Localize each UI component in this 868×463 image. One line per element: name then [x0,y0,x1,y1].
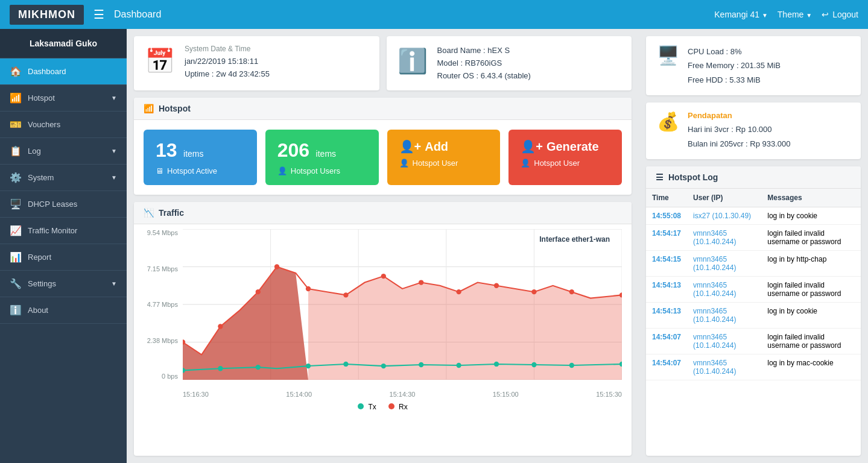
log-time: 14:54:13 [646,302,687,328]
hs-generate-icon: 👤+ [521,139,543,154]
pendapatan-hari: Hari ini 3vcr : Rp 10.000 [688,122,791,136]
sidebar-label-about: About [28,306,48,315]
hs-card-add[interactable]: 👤+ Add 👤 Hotspot User [387,130,501,185]
log-message: login failed invalid username or passwor… [761,328,861,354]
sidebar-item-vouchers[interactable]: 🎫 Vouchers [0,112,127,138]
hs-active-count: 13 [156,139,177,161]
hs-users-count: 206 [277,139,309,161]
svg-point-19 [419,280,423,285]
table-row: 14:55:08 isx27 (10.1.30.49) log in by co… [646,207,861,224]
y-label-1: 7.15 Mbps [144,265,178,272]
x-label-2: 15:14:30 [390,391,416,398]
topbar-left: MIKHMON ☰ Dashboard [10,5,161,25]
log-user: vmnn3465 (10.1.40.244) [687,224,761,250]
hs-users-label: 👤 Hotspot Users [277,166,367,175]
traffic-svg [183,229,622,380]
log-list-icon: ☰ [656,172,664,182]
hotspot-caret: ▼ [111,95,117,101]
log-caret: ▼ [111,148,117,154]
svg-point-23 [569,289,574,294]
sidebar-label-hotspot: Hotspot [28,93,55,102]
svg-point-15 [274,265,279,269]
svg-point-20 [456,289,461,294]
sidebar-item-dashboard[interactable]: 🏠 Dashboard [0,58,127,85]
about-icon: ℹ️ [10,304,22,316]
server-icon: 🖥️ [657,45,679,66]
hs-card-generate[interactable]: 👤+ Generate 👤 Hotspot User [508,130,622,185]
center-panel: 📅 System Date & Time jan/22/2019 15:18:1… [127,29,639,463]
chart-x-labels: 15:16:30 15:14:00 15:14:30 15:15:00 15:1… [183,391,622,398]
log-section-header: ☰ Hotspot Log [646,166,861,189]
system-info-content: System Date & Time jan/22/2019 15:18:11 … [185,45,369,81]
sidebar-label-traffic: Traffic Monitor [28,226,77,235]
sidebar-item-log[interactable]: 📋 Log ▼ [0,138,127,165]
hotspot-section-title: Hotspot [159,104,191,113]
chart-svg-area [183,229,622,380]
board-info-content: Board Name : hEX S Model : RB760iGS Rout… [437,45,621,82]
dashboard-icon: 🏠 [10,66,22,77]
sidebar-item-settings[interactable]: 🔧 Settings ▼ [0,271,127,297]
money-icon: 💰 [657,111,679,132]
location-caret: ▼ [762,12,768,19]
log-message: log in by cookie [761,207,861,224]
hs-generate-person-icon: 👤 [521,159,530,168]
traffic-section-title: Traffic [159,208,184,218]
svg-point-32 [456,363,461,368]
sidebar-label-dashboard: Dashboard [28,67,66,76]
log-time: 14:54:15 [646,250,687,276]
svg-point-16 [306,286,311,291]
hs-active-count-row: 13 items [156,139,245,162]
svg-point-30 [381,364,386,368]
sidebar-item-about[interactable]: ℹ️ About [0,297,127,324]
legend-tx: Tx [358,403,376,411]
logout-icon: ↩ [822,10,829,19]
logout-button[interactable]: ↩ Logout [822,10,858,19]
hotspot-section-header: 📶 Hotspot [134,98,632,120]
pendapatan-bulan: Bulan ini 205vcr : Rp 933.000 [688,137,791,151]
system-info-title: System Date & Time [185,45,369,53]
vouchers-icon: 🎫 [10,119,22,130]
svg-point-29 [343,362,348,367]
log-message: log in by cookie [761,302,861,328]
log-message: log in by http-chap [761,250,861,276]
y-label-3: 2.38 Mbps [144,337,178,344]
x-label-4: 15:15:30 [596,391,622,398]
hs-add-label: 👤 Hotspot User [399,159,489,168]
traffic-section-header: 📉 Traffic [134,202,632,224]
log-user: vmnn3465 (10.1.40.244) [687,354,761,380]
log-user: vmnn3465 (10.1.40.244) [687,276,761,302]
sidebar-item-dhcp[interactable]: 🖥️ DHCP Leases [0,191,127,218]
location-selector[interactable]: Kemangi 41 ▼ [714,10,768,19]
svg-marker-10 [183,267,308,380]
hs-add-action: 👤+ Add [399,139,489,154]
svg-point-17 [343,293,348,298]
sidebar-item-traffic[interactable]: 📈 Traffic Monitor [0,218,127,244]
system-info-card: 📅 System Date & Time jan/22/2019 15:18:1… [134,36,379,90]
hs-add-icon: 👤+ [399,139,422,154]
tx-dot [358,403,364,409]
sidebar-label-report: Report [28,253,51,262]
log-user: vmnn3465 (10.1.40.244) [687,250,761,276]
x-label-1: 15:14:00 [286,391,312,398]
chart-container: Interface ether1-wan 9.54 Mbps 7.15 Mbps… [144,229,622,398]
perf-content: CPU Load : 8% Free Memory : 201.35 MiB F… [688,45,781,87]
system-caret: ▼ [111,174,117,181]
hs-card-active[interactable]: 13 items 🖥 Hotspot Active [144,130,257,185]
sidebar-item-system[interactable]: ⚙️ System ▼ [0,165,127,191]
report-icon: 📊 [10,251,22,263]
sidebar: Laksamadi Guko 🏠 Dashboard 📶 Hotspot ▼ 🎫… [0,29,127,463]
sidebar-user: Laksamadi Guko [0,29,127,58]
rx-dot [388,403,394,409]
theme-selector[interactable]: Theme ▼ [778,10,812,19]
chart-y-labels: 9.54 Mbps 7.15 Mbps 4.77 Mbps 2.38 Mbps … [144,229,183,380]
log-time: 14:54:07 [646,354,687,380]
sidebar-item-report[interactable]: 📊 Report [0,244,127,271]
sidebar-item-hotspot[interactable]: 📶 Hotspot ▼ [0,85,127,112]
svg-point-14 [256,289,261,294]
hamburger-icon[interactable]: ☰ [93,7,104,22]
hs-active-monitor-icon: 🖥 [156,166,163,175]
body-main: Laksamadi Guko 🏠 Dashboard 📶 Hotspot ▼ 🎫… [0,29,868,463]
board-name: Board Name : hEX S [437,45,621,57]
svg-point-13 [218,324,223,329]
hs-card-users[interactable]: 206 items 👤 Hotspot Users [265,130,379,185]
